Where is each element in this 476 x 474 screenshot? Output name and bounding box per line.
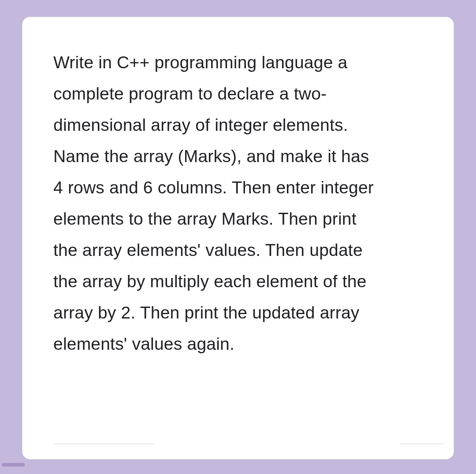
decorative-marker	[2, 463, 25, 467]
answer-underline-left	[53, 444, 155, 444]
question-text: Write in C++ programming language a comp…	[53, 47, 379, 360]
question-card: Write in C++ programming language a comp…	[22, 17, 454, 459]
answer-underline-right	[400, 444, 444, 444]
